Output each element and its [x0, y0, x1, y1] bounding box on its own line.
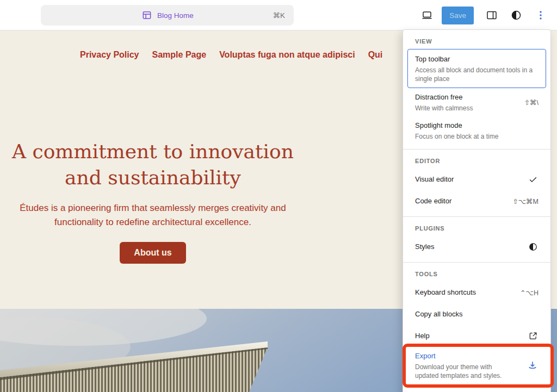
- template-icon: [141, 9, 153, 21]
- hero-heading: A commitment to innovation and sustainab…: [0, 139, 306, 190]
- options-dropdown-menu: VIEW Top toolbar Access all block and do…: [403, 29, 551, 392]
- menu-group-view: VIEW Top toolbar Access all block and do…: [403, 30, 550, 149]
- about-us-button[interactable]: About us: [120, 242, 185, 264]
- vertical-ellipsis-icon: [534, 9, 547, 22]
- group-label-view: VIEW: [415, 38, 539, 45]
- shortcut-distraction-free: ⇧⌘\: [524, 98, 539, 107]
- menu-item-export[interactable]: Export Download your theme with updated …: [407, 347, 546, 384]
- options-menu-button[interactable]: [531, 5, 550, 25]
- menu-group-plugins: PLUGINS Styles: [403, 216, 550, 262]
- styles-button[interactable]: [506, 5, 526, 25]
- group-label-tools: TOOLS: [415, 270, 539, 278]
- menu-item-code-editor[interactable]: Code editor ⇧⌥⌘M: [407, 190, 546, 212]
- external-link-icon: [528, 331, 539, 341]
- menu-item-help[interactable]: Help: [407, 325, 546, 347]
- styles-contrast-icon: [528, 241, 539, 252]
- menu-group-tools: TOOLS Keyboard shortcuts ⌃⌥H Copy all bl…: [403, 262, 550, 392]
- menu-item-welcome-guide[interactable]: Welcome Guide: [407, 384, 546, 392]
- device-preview-button[interactable]: [417, 5, 437, 25]
- menu-item-distraction-free[interactable]: Distraction free Write with calmness ⇧⌘\: [407, 88, 546, 116]
- download-icon: [527, 359, 539, 371]
- menu-item-copy-all-blocks[interactable]: Copy all blocks: [407, 303, 546, 325]
- nav-link-sample-page[interactable]: Sample Page: [152, 50, 207, 60]
- nav-link-voluptas[interactable]: Voluptas fuga non atque adipisci: [219, 50, 355, 60]
- nav-link-qui[interactable]: Qui: [368, 50, 383, 60]
- menu-item-top-toolbar[interactable]: Top toolbar Access all block and documen…: [407, 49, 546, 88]
- group-label-plugins: PLUGINS: [415, 225, 539, 232]
- editor-top-bar: Blog Home ⌘K Save: [0, 0, 557, 30]
- check-icon: [528, 174, 539, 185]
- menu-item-keyboard-shortcuts[interactable]: Keyboard shortcuts ⌃⌥H: [407, 282, 546, 303]
- menu-item-visual-editor[interactable]: Visual editor: [407, 169, 546, 190]
- document-title: Blog Home: [157, 11, 194, 20]
- shortcut-keyboard-shortcuts: ⌃⌥H: [520, 289, 539, 297]
- menu-group-editor: EDITOR Visual editor Code editor ⇧⌥⌘M: [403, 149, 550, 216]
- settings-sidebar-toggle-button[interactable]: [482, 5, 502, 25]
- hero-paragraph: Études is a pioneering firm that seamles…: [1, 201, 305, 230]
- styles-contrast-icon: [510, 9, 523, 22]
- laptop-icon: [420, 9, 434, 22]
- menu-item-spotlight-mode[interactable]: Spotlight mode Focus on one block at a t…: [407, 116, 546, 145]
- save-button[interactable]: Save: [442, 7, 474, 24]
- site-navigation: Privacy Policy Sample Page Voluptas fuga…: [80, 50, 382, 60]
- command-center-bar[interactable]: Blog Home ⌘K: [41, 5, 294, 26]
- command-shortcut: ⌘K: [273, 11, 285, 20]
- group-label-editor: EDITOR: [415, 157, 539, 165]
- menu-item-styles[interactable]: Styles: [407, 236, 546, 258]
- nav-link-privacy-policy[interactable]: Privacy Policy: [80, 50, 139, 60]
- shortcut-code-editor: ⇧⌥⌘M: [512, 197, 539, 206]
- sidebar-panel-icon: [485, 9, 498, 22]
